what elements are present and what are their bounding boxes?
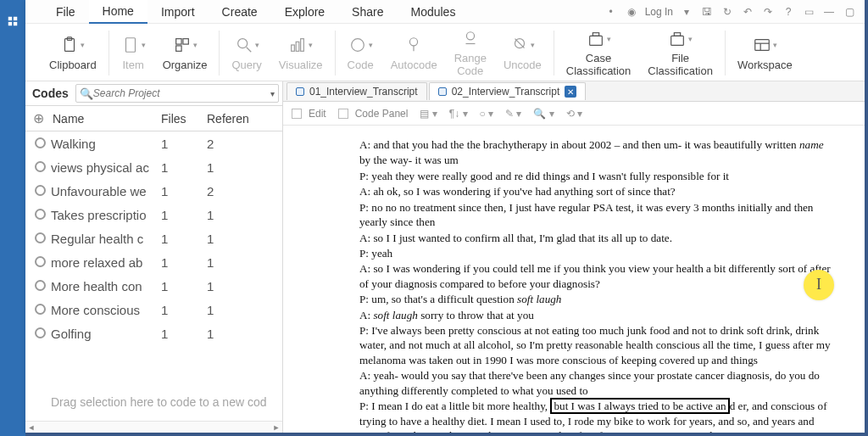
tab-label: 01_Interview_Transcript	[309, 86, 418, 98]
doc-icon	[296, 87, 304, 96]
layout-menu[interactable]: ▤ ▾	[420, 108, 437, 120]
ribbon-workspace[interactable]: ▾ Workspace	[729, 25, 801, 81]
minimize-icon[interactable]: ▭	[802, 6, 815, 18]
code-files: 1	[161, 208, 207, 222]
link-menu[interactable]: ⟲ ▾	[566, 108, 582, 120]
code-files: 1	[161, 137, 207, 151]
ribbon-code-label: Code	[348, 58, 374, 71]
code-name: Walking	[51, 137, 161, 151]
menu-file[interactable]: File	[42, 1, 89, 23]
svg-rect-23	[674, 33, 680, 36]
tab-01-interview[interactable]: 01_Interview_Transcript	[287, 82, 427, 100]
ribbon-autocode[interactable]: Autocode	[382, 25, 446, 81]
ribbon-code[interactable]: ▾ Code	[339, 25, 382, 81]
code-row[interactable]: Walking12	[25, 131, 282, 155]
menubar: File Home Import Create Explore Share Mo…	[25, 0, 865, 24]
svg-rect-20	[589, 36, 602, 46]
menu-share[interactable]: Share	[338, 1, 397, 23]
zoom-menu[interactable]: 🔍 ▾	[533, 108, 554, 120]
menu-home[interactable]: Home	[89, 0, 147, 24]
code-refs: 1	[207, 255, 282, 270]
ribbon: ▾ Clipboard ▾ Item ▾ Organize ▾ Query ▾ …	[25, 24, 865, 81]
menu-modules[interactable]: Modules	[397, 1, 469, 23]
highlight-menu[interactable]: ✎ ▾	[505, 108, 521, 120]
svg-rect-7	[175, 39, 181, 44]
code-circle-icon	[29, 160, 51, 175]
code-files: 1	[161, 160, 207, 175]
add-code-button[interactable]: ⊕	[25, 110, 51, 126]
scroll-left-icon[interactable]: ◄	[25, 422, 37, 433]
svg-point-17	[466, 32, 474, 40]
annotation-menu[interactable]: ○ ▾	[480, 108, 494, 120]
code-row[interactable]: views physical ac11	[25, 155, 282, 179]
transcript-body[interactable]: A: and that you had the the brachytherap…	[283, 126, 865, 433]
search-project[interactable]: 🔍 ▾	[75, 84, 279, 103]
menu-import[interactable]: Import	[147, 1, 209, 23]
svg-rect-22	[671, 36, 684, 46]
help-icon[interactable]: ?	[782, 6, 795, 18]
col-files[interactable]: Files	[161, 112, 207, 126]
align-menu[interactable]: ¶↓ ▾	[449, 108, 468, 120]
user-icon: ◉	[625, 6, 638, 18]
redo-icon[interactable]: ↷	[761, 6, 775, 18]
svg-rect-14	[301, 39, 304, 52]
search-input[interactable]	[93, 87, 270, 99]
code-refs: 1	[207, 303, 282, 317]
selected-text[interactable]: but I was I always tried to be active an	[550, 398, 729, 414]
ribbon-organize[interactable]: ▾ Organize	[154, 25, 216, 81]
svg-rect-24	[755, 40, 770, 51]
ribbon-clipboard[interactable]: ▾ Clipboard	[41, 25, 105, 81]
ribbon-item[interactable]: ▾ Item	[113, 25, 154, 81]
app-side-strip	[0, 0, 25, 436]
code-files: 1	[161, 327, 207, 341]
code-panel-toggle[interactable]: Code Panel	[338, 108, 409, 120]
scroll-right-icon[interactable]: ►	[270, 422, 282, 433]
code-row[interactable]: Golfing11	[25, 321, 282, 345]
code-row[interactable]: More health con11	[25, 274, 282, 298]
undo-icon[interactable]: ↶	[741, 6, 754, 18]
ribbon-visualize[interactable]: ▾ Visualize	[270, 25, 331, 81]
col-refs[interactable]: Referen	[207, 112, 282, 126]
menu-create[interactable]: Create	[209, 1, 271, 23]
ribbon-rangecode-label: Range Code	[454, 51, 487, 77]
ribbon-fileclass-label: File Classification	[648, 51, 713, 77]
code-row[interactable]: Regular health c11	[25, 226, 282, 250]
code-refs: 2	[207, 137, 282, 151]
code-name: Regular health c	[51, 232, 161, 246]
ribbon-case-classification[interactable]: ▾ Case Classification	[558, 25, 640, 81]
close-tab-icon[interactable]: ✕	[565, 86, 576, 98]
ribbon-rangecode[interactable]: Range Code	[446, 25, 495, 81]
code-row[interactable]: Unfavourable we12	[25, 179, 282, 203]
code-circle-icon	[29, 279, 51, 293]
code-circle-icon	[29, 137, 51, 151]
code-row[interactable]: Takes prescriptio11	[25, 203, 282, 226]
code-row[interactable]: more relaxed ab11	[25, 250, 282, 274]
code-row[interactable]: More conscious11	[25, 298, 282, 321]
ribbon-file-classification[interactable]: ▾ File Classification	[639, 25, 721, 81]
save-icon[interactable]: 🖫	[700, 6, 714, 18]
col-name[interactable]: Name	[51, 112, 161, 126]
line-icon[interactable]: —	[822, 6, 836, 18]
tab-02-interview[interactable]: 02_Interview_Transcript ✕	[429, 82, 587, 100]
menu-explore[interactable]: Explore	[271, 1, 338, 23]
code-name: More health con	[51, 279, 161, 293]
svg-rect-21	[593, 33, 598, 36]
code-refs: 1	[207, 232, 282, 246]
ribbon-query[interactable]: ▾ Query	[223, 25, 270, 81]
code-refs: 1	[207, 160, 282, 175]
square-icon[interactable]: ▢	[843, 6, 856, 18]
svg-rect-13	[296, 42, 299, 52]
edit-toggle[interactable]: Edit	[292, 108, 326, 120]
svg-rect-9	[175, 46, 181, 51]
codes-title: Codes	[29, 85, 72, 102]
svg-line-11	[246, 48, 251, 53]
refresh-icon[interactable]: ↻	[721, 6, 734, 18]
login-button[interactable]: Log In	[645, 6, 673, 18]
svg-rect-1	[14, 17, 17, 20]
panel-hscroll[interactable]: ◄ ►	[25, 421, 282, 433]
chevron-down-icon[interactable]: ▾	[270, 89, 275, 98]
ribbon-uncode[interactable]: ▾ Uncode	[495, 25, 550, 81]
ribbon-visualize-label: Visualize	[279, 58, 323, 71]
code-files: 1	[161, 184, 207, 198]
drop-hint: Drag selection here to code to a new cod	[25, 387, 282, 421]
